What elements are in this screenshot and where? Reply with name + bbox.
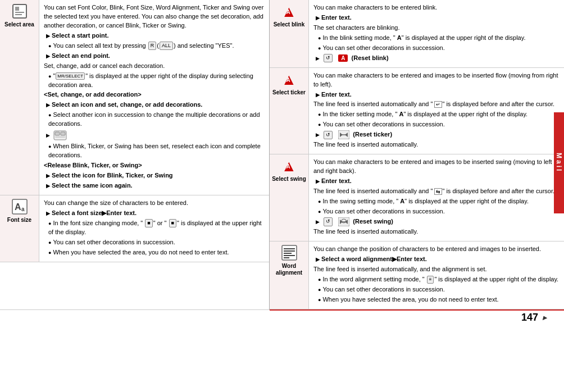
svg-rect-1 <box>15 7 19 11</box>
sb-p6: ↺ A (Reset blink) <box>316 54 560 63</box>
sa-p11: When Blink, Ticker, or Swing has been se… <box>48 142 265 160</box>
sa-p8: Select an icon and set, change, or add d… <box>46 101 265 110</box>
word-alignment-label: Word alignment <box>272 263 306 276</box>
sa-p2: Select a start point. <box>46 31 265 40</box>
sa-p4: Select an end point. <box>46 52 265 61</box>
sb-p2: Enter text. <box>316 13 560 22</box>
fs-p4: You can set other decorations in success… <box>48 238 265 247</box>
section-select-area: Select area You can set Font Color, Blin… <box>0 0 269 195</box>
svg-rect-5 <box>55 132 60 135</box>
sa-p6: "MR/SELECT" is displayed at the upper ri… <box>48 72 265 90</box>
sa-p10 <box>46 130 265 141</box>
svg-rect-0 <box>13 4 26 18</box>
wa-p2: Select a word alignment▶Enter text. <box>313 255 560 264</box>
full-page: Select area You can set Font Color, Blin… <box>0 0 564 325</box>
bottom-bar-left <box>0 309 270 325</box>
ssw-p5: You can set other decorations in success… <box>318 207 560 216</box>
font-size-content: You can change the size of characters to… <box>39 195 269 262</box>
st-p2: Enter text. <box>316 90 560 99</box>
word-alignment-icon-cell: Word alignment <box>270 241 309 309</box>
right-column: ▲ A Select blink You can make characters… <box>270 0 564 309</box>
ssw-p7: The line feed is inserted automatically. <box>313 227 560 236</box>
select-area-icon-cell: Select area <box>0 0 39 195</box>
font-size-label: Font size <box>7 217 31 224</box>
st-p5: You can set other decorations in success… <box>318 120 560 129</box>
select-swing-icon: ▲ A <box>281 158 297 174</box>
select-area-icon <box>12 3 28 19</box>
select-swing-icon-cell: ▲ A Select swing <box>270 154 309 241</box>
st-p1: You can make characters to be entered an… <box>313 71 560 89</box>
sb-p4: In the blink setting mode, " A" is displ… <box>318 34 560 43</box>
section-select-ticker: ▲ A Select ticker You can make character… <box>270 68 564 155</box>
sb-p5: You can set other decorations in success… <box>318 44 560 53</box>
left-column: Select area You can set Font Color, Blin… <box>0 0 270 309</box>
section-word-alignment: Word alignment You can change the positi… <box>270 241 564 309</box>
ssw-p6: ↺ (Reset swing) <box>316 217 560 226</box>
sa-p1: You can set Font Color, Blink, Font Size… <box>44 3 265 30</box>
wa-p5: You can set other decorations in success… <box>318 285 560 294</box>
wa-p6: When you have selected the area, you do … <box>318 295 560 304</box>
left-spacer <box>0 262 269 309</box>
section-select-blink: ▲ A Select blink You can make characters… <box>270 0 564 68</box>
continued-label: ▶ <box>543 314 547 321</box>
bottom-bar-right: 147 ▶ <box>270 309 564 325</box>
ssw-p2: Enter text. <box>316 177 560 186</box>
select-ticker-icon: ▲ A <box>281 71 297 87</box>
select-area-label: Select area <box>4 21 34 28</box>
st-p3: The line feed is inserted automatically … <box>313 100 560 109</box>
sa-p3: You can select all text by pressing R(AL… <box>48 42 265 51</box>
mail-tab: Mail <box>554 112 564 213</box>
fs-p1: You can change the size of characters to… <box>44 199 265 208</box>
svg-text:A: A <box>15 202 21 212</box>
wa-p1: You can change the position of character… <box>313 245 560 254</box>
sa-p7: <Set, change, or add decoration> <box>44 90 265 99</box>
font-size-icon-cell: A a Font size <box>0 195 39 262</box>
bottom-bar: 147 ▶ <box>0 309 564 325</box>
fs-p3: In the font size changing mode, " ■" or … <box>48 219 265 237</box>
st-p4: In the ticker setting mode, " A" is disp… <box>318 110 560 119</box>
sb-p3: The set characters are blinking. <box>313 24 560 33</box>
st-p7: The line feed is inserted automatically. <box>313 140 560 149</box>
select-swing-label: Select swing <box>272 176 306 183</box>
section-font-size: A a Font size You can change the size of… <box>0 195 269 262</box>
sa-p9: Select another icon in succession to cha… <box>48 111 265 129</box>
wa-p4: In the word alignment setting mode, " ≡"… <box>318 275 560 284</box>
fs-p5: When you have selected the area, you do … <box>48 248 265 257</box>
select-blink-icon: ▲ A <box>281 3 297 19</box>
word-alignment-content: You can change the position of character… <box>309 241 564 309</box>
select-blink-label: Select blink <box>274 21 305 28</box>
font-size-icon: A a <box>12 199 28 215</box>
svg-rect-6 <box>61 132 65 135</box>
sa-p14: Select the same icon again. <box>46 181 265 190</box>
ssw-p4: In the swing setting mode, " A" is displ… <box>318 197 560 206</box>
select-swing-content: You can make characters to be entered an… <box>309 154 564 241</box>
select-ticker-label: Select ticker <box>272 89 306 96</box>
ssw-p3: The line feed is inserted automatically … <box>313 187 560 196</box>
two-col-layout: Select area You can set Font Color, Blin… <box>0 0 564 309</box>
sa-p13: Select the icon for Blink, Ticker, or Sw… <box>46 171 265 180</box>
section-select-swing: ▲ A Select swing You can make characters… <box>270 154 564 241</box>
select-blink-content: You can make characters to be entered bl… <box>309 0 564 67</box>
svg-text:a: a <box>21 206 25 212</box>
sb-p1: You can make characters to be entered bl… <box>313 3 560 12</box>
st-p6: ↺ (Reset ticker) <box>316 130 560 139</box>
select-ticker-content: You can make characters to be entered an… <box>309 68 564 154</box>
word-alignment-icon <box>281 245 297 261</box>
select-blink-icon-cell: ▲ A Select blink <box>270 0 309 67</box>
select-ticker-icon-cell: ▲ A Select ticker <box>270 68 309 154</box>
fs-p2: Select a font size▶Enter text. <box>44 209 265 218</box>
wa-p3: The line feed is inserted automatically,… <box>313 265 560 274</box>
page-number: 147 <box>521 312 538 323</box>
svg-rect-7 <box>55 136 65 138</box>
sa-p5: Set, change, add or cancel each decorati… <box>44 62 265 71</box>
sa-p12: <Release Blink, Ticker, or Swing> <box>44 161 265 170</box>
select-area-content: You can set Font Color, Blink, Font Size… <box>39 0 269 195</box>
ssw-p1: You can make characters to be entered an… <box>313 158 560 176</box>
